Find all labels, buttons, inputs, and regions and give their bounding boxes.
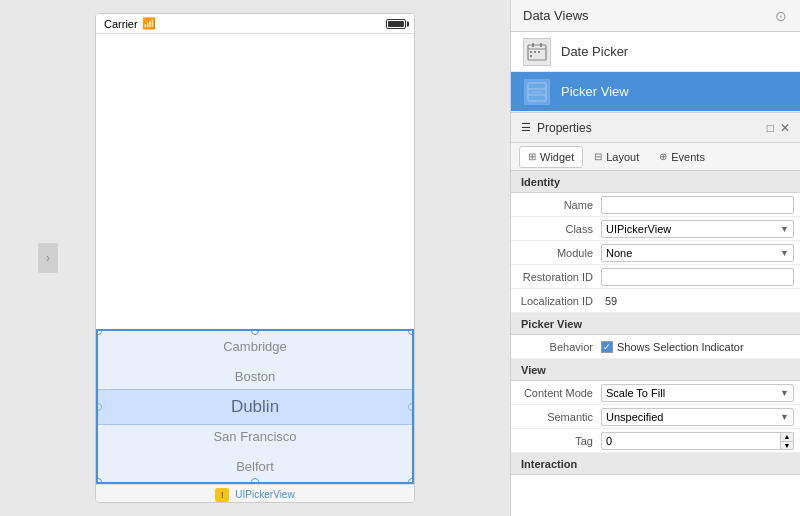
wifi-icon: 📶 [142,17,156,30]
expand-icon[interactable]: □ [767,121,774,135]
events-tab-icon: ⊕ [659,151,667,162]
interaction-section-header: Interaction [511,453,800,475]
identity-section-header: Identity [511,171,800,193]
restoration-id-row: Restoration ID [511,265,800,289]
tag-label: Tag [511,435,601,447]
picker-item-cambridge[interactable]: Cambridge [98,331,412,361]
behavior-checkbox[interactable]: ✓ [601,341,613,353]
picker-view-section-header: Picker View [511,313,800,335]
name-label: Name [511,199,601,211]
picker-item-boston[interactable]: Boston [98,361,412,391]
behavior-text: Shows Selection Indicator [617,341,744,353]
behavior-label: Behavior [511,341,601,353]
properties-panel: ☰ Properties □ ✕ ⊞ Widget ⊟ Layout ⊕ Eve… [511,113,800,516]
semantic-select[interactable]: Unspecified ▼ [601,408,794,426]
restoration-id-label: Restoration ID [511,271,601,283]
class-row: Class UIPickerView ▼ [511,217,800,241]
battery-indicator [386,19,406,29]
data-views-title: Data Views [523,8,589,23]
resize-handle-topright[interactable] [408,329,414,335]
right-panel: Data Views ⊙ Date Picker [510,0,800,516]
module-dropdown-arrow: ▼ [780,248,789,258]
module-label: Module [511,247,601,259]
carrier-label: Carrier [104,18,138,30]
tag-increment-button[interactable]: ▲ [780,432,794,441]
class-label: Class [511,223,601,235]
module-value: None [606,247,632,259]
side-arrow-button[interactable]: › [38,243,58,273]
resize-handle-bottomright[interactable] [408,478,414,484]
view-section-header: View [511,359,800,381]
tag-stepper-buttons: ▲ ▼ [780,432,794,450]
picker-selection-indicator [98,389,412,425]
status-bar: Carrier 📶 [96,14,414,34]
properties-content: Identity Name Class UIPickerView ▼ Modul… [511,171,800,516]
name-input[interactable] [601,196,794,214]
class-dropdown-arrow: ▼ [780,224,789,234]
properties-header: ☰ Properties □ ✕ [511,113,800,143]
bottom-label: UIPickerView [235,489,294,500]
class-value: UIPickerView [606,223,671,235]
behavior-checkbox-group: ✓ Shows Selection Indicator [601,341,744,353]
localization-id-value: 59 [605,295,617,307]
tab-events-label: Events [671,151,705,163]
data-views-close-button[interactable]: ⊙ [774,9,788,23]
simulator-panel: › Carrier 📶 [0,0,510,516]
svg-rect-6 [538,51,540,53]
tab-events[interactable]: ⊕ Events [650,146,714,168]
picker-view[interactable]: Cambridge Boston Dublin San Francisco Be… [96,329,414,484]
class-select[interactable]: UIPickerView ▼ [601,220,794,238]
name-row: Name [511,193,800,217]
tab-layout-label: Layout [606,151,639,163]
tab-layout[interactable]: ⊟ Layout [585,146,648,168]
behavior-row: Behavior ✓ Shows Selection Indicator [511,335,800,359]
phone-content: Cambridge Boston Dublin San Francisco Be… [96,34,414,484]
bottom-bar: ! UIPickerView [96,484,414,503]
data-views-header: Data Views ⊙ [511,0,800,32]
picker-view-icon: ═══ [523,78,551,106]
semantic-label: Semantic [511,411,601,423]
tag-field[interactable]: 0 [601,432,780,450]
content-mode-row: Content Mode Scale To Fill ▼ [511,381,800,405]
tag-row: Tag 0 ▲ ▼ [511,429,800,453]
tab-widget-label: Widget [540,151,574,163]
localization-id-row: Localization ID 59 [511,289,800,313]
restoration-id-input[interactable] [601,268,794,286]
svg-rect-7 [530,55,532,57]
svg-rect-2 [532,43,534,47]
content-mode-value: Scale To Fill [606,387,665,399]
tab-widget[interactable]: ⊞ Widget [519,146,583,168]
properties-tabs: ⊞ Widget ⊟ Layout ⊕ Events [511,143,800,171]
properties-icon: ☰ [521,121,531,134]
properties-title: Properties [537,121,592,135]
svg-rect-5 [534,51,536,53]
tag-stepper: 0 ▲ ▼ [601,432,794,450]
semantic-arrow: ▼ [780,412,789,422]
date-picker-icon [523,38,551,66]
content-mode-label: Content Mode [511,387,601,399]
resize-handle-bottom[interactable] [251,478,259,484]
phone-frame: Carrier 📶 Cambridge [95,13,415,503]
picker-item-sanfrancisco[interactable]: San Francisco [98,422,412,452]
data-view-item-datepicker[interactable]: Date Picker [511,32,800,72]
content-mode-arrow: ▼ [780,388,789,398]
module-row: Module None ▼ [511,241,800,265]
semantic-value: Unspecified [606,411,663,423]
data-views-list: Date Picker ═══ Picker View [511,32,800,113]
date-picker-label: Date Picker [561,44,628,59]
widget-tab-icon: ⊞ [528,151,536,162]
picker-view-label: Picker View [561,84,629,99]
layout-tab-icon: ⊟ [594,151,602,162]
svg-rect-3 [540,43,542,47]
data-view-item-pickerview[interactable]: ═══ Picker View [511,72,800,112]
svg-text:═══: ═══ [531,88,543,94]
module-select[interactable]: None ▼ [601,244,794,262]
tag-decrement-button[interactable]: ▼ [780,441,794,450]
semantic-row: Semantic Unspecified ▼ [511,405,800,429]
content-mode-select[interactable]: Scale To Fill ▼ [601,384,794,402]
svg-rect-4 [530,51,532,53]
warning-icon: ! [215,488,229,502]
resize-handle-bottomleft[interactable] [96,478,102,484]
close-icon[interactable]: ✕ [780,121,790,135]
localization-id-label: Localization ID [511,295,601,307]
